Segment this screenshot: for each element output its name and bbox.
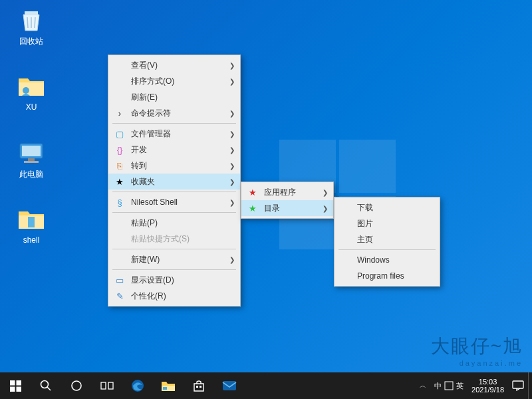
svg-rect-5 (24, 161, 39, 163)
paintbrush-icon: ✎ (112, 291, 127, 301)
display-icon: ▭ (112, 275, 127, 285)
svg-rect-20 (223, 381, 236, 390)
watermark: 大眼仔~旭 dayanzai.me (431, 334, 523, 367)
taskbar-tray: ︿ 中 英 15:03 2021/9/18 (416, 372, 532, 399)
menu-item-sort[interactable]: 排序方式(O)❯ (108, 73, 240, 89)
explorer-icon (161, 379, 176, 392)
svg-rect-8 (10, 386, 15, 392)
menu-item-favorites[interactable]: ★收藏夹❯ (108, 174, 240, 190)
nilesoft-icon: § (112, 198, 127, 207)
chevron-right-icon: ❯ (229, 62, 235, 69)
svg-rect-21 (445, 382, 453, 390)
chevron-right-icon: ❯ (229, 146, 235, 154)
svg-point-10 (41, 381, 49, 388)
menu-item-pictures[interactable]: 图片 (334, 215, 440, 231)
desktop-icon-shell-folder[interactable]: shell (8, 206, 55, 245)
tray-date: 2021/9/18 (471, 386, 504, 394)
desktop[interactable]: 回收站 XU 此电脑 shell 查看(V)❯ 排序方式(O)❯ 刷新(E) ›… (0, 0, 532, 399)
goto-icon: ⎘ (112, 161, 127, 171)
ime-icon (444, 381, 454, 390)
svg-rect-0 (25, 11, 38, 15)
taskbar-app-store[interactable] (184, 372, 214, 399)
chevron-right-icon: ❯ (323, 189, 328, 196)
menu-item-display-settings[interactable]: ▭显示设置(D) (108, 272, 240, 288)
svg-line-11 (47, 387, 51, 390)
desktop-icon-label: XU (8, 102, 55, 112)
menu-item-windows[interactable]: Windows (334, 252, 440, 268)
svg-rect-13 (101, 382, 106, 389)
folder-icon (15, 206, 47, 233)
chevron-right-icon: ❯ (229, 199, 235, 206)
context-menu-level2: ★应用程序❯ ★目录❯ (241, 182, 334, 219)
store-icon (192, 379, 205, 392)
menu-item-paste[interactable]: 粘贴(P) (108, 215, 240, 231)
tray-show-hidden-button[interactable]: ︿ (416, 372, 430, 399)
svg-rect-19 (200, 386, 201, 388)
chevron-right-icon: ❯ (229, 178, 235, 186)
menu-item-paste-shortcut: 粘贴快捷方式(S) (108, 231, 240, 247)
menu-separator (112, 212, 236, 213)
menu-item-program-files[interactable]: Program files (334, 268, 440, 284)
folder-icon (15, 73, 47, 100)
task-view-button[interactable] (92, 372, 122, 399)
tray-ime[interactable]: 中 英 (430, 372, 467, 399)
star-icon: ★ (245, 203, 260, 213)
svg-point-12 (72, 381, 81, 390)
edge-icon (130, 378, 145, 393)
show-desktop-button[interactable] (528, 372, 532, 399)
chevron-right-icon: ❯ (229, 162, 235, 170)
cortana-button[interactable] (61, 372, 92, 399)
start-button[interactable] (0, 372, 31, 399)
menu-item-directories[interactable]: ★目录❯ (241, 200, 333, 216)
menu-item-personalize[interactable]: ✎个性化(R) (108, 288, 240, 304)
svg-point-1 (23, 87, 29, 94)
chevron-right-icon: ❯ (229, 78, 235, 85)
chevron-right-icon: ❯ (229, 130, 235, 138)
svg-rect-3 (22, 146, 41, 156)
svg-rect-22 (513, 381, 523, 388)
search-icon (40, 380, 52, 392)
chevron-right-icon: ❯ (229, 256, 235, 263)
menu-item-file-manager[interactable]: ▢文件管理器❯ (108, 126, 240, 142)
menu-item-cmd[interactable]: ›命令提示符❯ (108, 105, 240, 121)
menu-item-downloads[interactable]: 下载 (334, 200, 440, 215)
menu-item-develop[interactable]: {}开发❯ (108, 142, 240, 158)
menu-item-new[interactable]: 新建(W)❯ (108, 251, 240, 267)
desktop-icon-label: 回收站 (8, 36, 55, 47)
menu-separator (112, 269, 236, 270)
menu-item-refresh[interactable]: 刷新(E) (108, 89, 240, 105)
taskbar-app-mail[interactable] (214, 372, 245, 399)
cortana-icon (70, 380, 82, 392)
menu-separator (112, 192, 236, 192)
chevron-right-icon: ❯ (323, 205, 328, 212)
svg-rect-9 (16, 386, 21, 392)
menu-item-nilesoft[interactable]: §Nilesoft Shell❯ (108, 194, 240, 210)
svg-rect-6 (10, 380, 15, 386)
star-icon: ★ (245, 188, 260, 198)
taskbar: ︿ 中 英 15:03 2021/9/18 (0, 372, 532, 399)
menu-separator (112, 123, 236, 124)
svg-rect-4 (28, 158, 35, 161)
taskbar-app-explorer[interactable] (153, 372, 184, 399)
desktop-icon-label: 此电脑 (8, 169, 55, 180)
desktop-icon-this-pc[interactable]: 此电脑 (8, 140, 55, 180)
desktop-icon-recycle-bin[interactable]: 回收站 (8, 7, 55, 47)
desktop-icon-label: shell (8, 235, 55, 245)
task-view-icon (100, 380, 114, 391)
menu-item-view[interactable]: 查看(V)❯ (108, 57, 240, 73)
search-button[interactable] (31, 372, 61, 399)
code-icon: {} (112, 145, 127, 155)
menu-item-apps[interactable]: ★应用程序❯ (241, 184, 333, 200)
svg-rect-14 (108, 382, 113, 389)
recycle-bin-icon (15, 7, 47, 33)
this-pc-icon (15, 140, 47, 166)
taskbar-app-edge[interactable] (122, 372, 153, 399)
terminal-icon: › (112, 108, 127, 118)
tray-clock[interactable]: 15:03 2021/9/18 (467, 372, 508, 399)
svg-rect-7 (16, 380, 21, 386)
menu-item-home[interactable]: 主页 (334, 231, 440, 247)
windows-icon (10, 380, 21, 392)
menu-item-goto[interactable]: ⎘转到❯ (108, 158, 240, 174)
desktop-icon-user-folder[interactable]: XU (8, 73, 55, 112)
tray-action-center-button[interactable] (508, 372, 528, 399)
